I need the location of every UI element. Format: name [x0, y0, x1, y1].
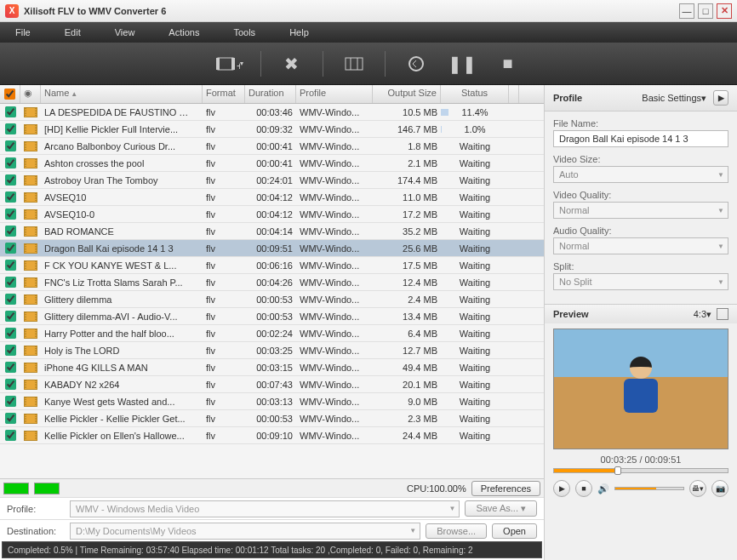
- menu-view[interactable]: View: [115, 27, 135, 37]
- cell-profile: WMV-Windo...: [296, 141, 373, 151]
- table-row[interactable]: FNC's Liz Trotta Slams Sarah P... flv 00…: [0, 274, 544, 291]
- cell-status: Waiting: [441, 311, 509, 322]
- cell-size: 146.7 MB: [373, 124, 441, 134]
- save-as-button[interactable]: Save As... ▾: [465, 500, 537, 517]
- fullscreen-button[interactable]: [717, 308, 728, 320]
- row-checkbox[interactable]: [5, 379, 16, 390]
- convert-button[interactable]: [401, 49, 431, 79]
- pause-button[interactable]: ❚❚: [447, 49, 477, 79]
- menu-file[interactable]: File: [15, 27, 31, 37]
- table-row[interactable]: LA DESPEDIDA DE FAUSTINO … flv 00:03:46 …: [0, 104, 544, 121]
- table-row[interactable]: Holy is The LORD flv 00:03:25 WMV-Windo.…: [0, 342, 544, 359]
- volume-slider[interactable]: [614, 487, 684, 490]
- row-checkbox[interactable]: [5, 294, 16, 305]
- cell-name: Glittery dilemma-AVI - Audio-V...: [41, 311, 203, 322]
- row-checkbox[interactable]: [5, 123, 16, 134]
- table-row[interactable]: Arcano Balbonboy Curious Dr... flv 00:00…: [0, 138, 544, 155]
- stop-button[interactable]: ■: [493, 49, 523, 79]
- apply-button[interactable]: ▶: [713, 90, 728, 106]
- preview-screen[interactable]: [553, 329, 728, 449]
- destination-combo[interactable]: D:\My Documents\My Videos▼: [70, 523, 420, 540]
- table-row[interactable]: Kellie Pickler on Ellen's Hallowe... flv…: [0, 427, 544, 444]
- filename-input[interactable]: Dragon Ball Kai episode 14 1 3: [553, 130, 728, 147]
- split-select[interactable]: No Split▼: [553, 273, 728, 290]
- play-button[interactable]: ▶: [553, 480, 570, 497]
- close-button[interactable]: ✕: [717, 3, 732, 19]
- row-checkbox[interactable]: [5, 243, 16, 254]
- row-checkbox[interactable]: [5, 209, 16, 220]
- menu-tools[interactable]: Tools: [233, 27, 255, 37]
- stop-preview-button[interactable]: ■: [575, 480, 592, 497]
- videosize-select[interactable]: Auto▼: [553, 166, 728, 183]
- table-row[interactable]: [HD] Kellie Pickler Full Intervie... flv…: [0, 121, 544, 138]
- menu-help[interactable]: Help: [289, 27, 309, 37]
- film-icon: [24, 363, 37, 373]
- table-row[interactable]: Dragon Ball Kai episode 14 1 3 flv 00:09…: [0, 240, 544, 257]
- header-output-size[interactable]: Output Size: [373, 85, 441, 103]
- open-button[interactable]: Open: [492, 523, 537, 539]
- header-icon[interactable]: ◉: [20, 85, 41, 103]
- row-checkbox[interactable]: [5, 311, 16, 322]
- aspect-ratio-dropdown[interactable]: 4:3▾: [694, 309, 711, 320]
- menu-actions[interactable]: Actions: [169, 27, 199, 37]
- cell-duration: 00:04:26: [245, 277, 296, 288]
- table-row[interactable]: KABADY N2 x264 flv 00:07:43 WMV-Windo...…: [0, 376, 544, 393]
- file-list[interactable]: LA DESPEDIDA DE FAUSTINO … flv 00:03:46 …: [0, 104, 544, 478]
- row-checkbox[interactable]: [5, 140, 16, 151]
- row-checkbox[interactable]: [5, 174, 16, 186]
- table-row[interactable]: Astroboy Uran The Tomboy flv 00:24:01 WM…: [0, 172, 544, 189]
- preview-panel: Preview 4:3▾ 00:03:25 / 00:09:51 ▶ ■ 🔊 🖶…: [545, 304, 737, 500]
- menu-edit[interactable]: Edit: [65, 27, 81, 37]
- row-checkbox[interactable]: [5, 106, 16, 117]
- film-icon: [24, 277, 37, 288]
- table-row[interactable]: Kanye West gets Wasted and... flv 00:03:…: [0, 393, 544, 410]
- add-file-button[interactable]: +▾: [214, 49, 245, 79]
- snapshot-button[interactable]: 📷: [711, 480, 728, 497]
- preferences-button[interactable]: Preferences: [471, 481, 540, 496]
- header-duration[interactable]: Duration: [245, 85, 296, 103]
- table-row[interactable]: iPhone 4G KILLS A MAN flv 00:03:15 WMV-W…: [0, 359, 544, 376]
- row-checkbox[interactable]: [5, 362, 16, 373]
- table-row[interactable]: Glittery dilemma-AVI - Audio-V... flv 00…: [0, 308, 544, 325]
- table-row[interactable]: F CK YOU KANYE WEST & L... flv 00:06:16 …: [0, 257, 544, 274]
- settings-dropdown[interactable]: Basic Settings▾: [642, 93, 706, 104]
- minimize-button[interactable]: —: [679, 3, 694, 19]
- split-label: Split:: [553, 261, 728, 271]
- film-icon: [24, 141, 37, 151]
- row-checkbox[interactable]: [5, 430, 16, 441]
- table-row[interactable]: AVSEQ10-0 flv 00:04:12 WMV-Windo... 17.2…: [0, 206, 544, 223]
- seek-slider[interactable]: [553, 468, 728, 473]
- row-checkbox[interactable]: [5, 226, 16, 237]
- table-row[interactable]: AVSEQ10 flv 00:04:12 WMV-Windo... 11.0 M…: [0, 189, 544, 206]
- videoquality-select[interactable]: Normal▼: [553, 202, 728, 219]
- row-checkbox[interactable]: [5, 413, 16, 424]
- header-status[interactable]: Status: [441, 85, 509, 103]
- volume-icon[interactable]: 🔊: [597, 483, 609, 494]
- row-checkbox[interactable]: [5, 277, 16, 288]
- table-row[interactable]: BAD ROMANCE flv 00:04:14 WMV-Windo... 35…: [0, 223, 544, 240]
- profile-combo[interactable]: WMV - Windows Media Video▼: [70, 500, 460, 517]
- clip-button[interactable]: [339, 49, 369, 79]
- snapshot-folder-button[interactable]: 🖶▾: [689, 480, 706, 497]
- header-format[interactable]: Format: [203, 85, 245, 103]
- select-all-checkbox[interactable]: [4, 89, 15, 100]
- row-checkbox[interactable]: [5, 328, 16, 339]
- cell-format: flv: [203, 311, 245, 322]
- header-name[interactable]: Name: [41, 85, 203, 103]
- row-checkbox[interactable]: [5, 260, 16, 271]
- header-profile[interactable]: Profile: [296, 85, 373, 103]
- browse-button[interactable]: Browse...: [426, 523, 487, 539]
- cell-size: 2.1 MB: [373, 158, 441, 169]
- row-checkbox[interactable]: [5, 345, 16, 356]
- table-row[interactable]: Glittery dilemma flv 00:00:53 WMV-Windo.…: [0, 291, 544, 308]
- table-row[interactable]: Kellie Pickler - Kellie Pickler Get... f…: [0, 410, 544, 427]
- row-checkbox[interactable]: [5, 191, 16, 203]
- row-checkbox[interactable]: [5, 157, 16, 169]
- cell-duration: 00:04:12: [245, 209, 296, 220]
- row-checkbox[interactable]: [5, 396, 16, 407]
- table-row[interactable]: Ashton crosses the pool flv 00:00:41 WMV…: [0, 155, 544, 172]
- table-row[interactable]: Harry Potter and the half bloo... flv 00…: [0, 325, 544, 342]
- audioquality-select[interactable]: Normal▼: [553, 237, 728, 254]
- delete-button[interactable]: ✖: [277, 49, 307, 79]
- maximize-button[interactable]: □: [698, 3, 713, 19]
